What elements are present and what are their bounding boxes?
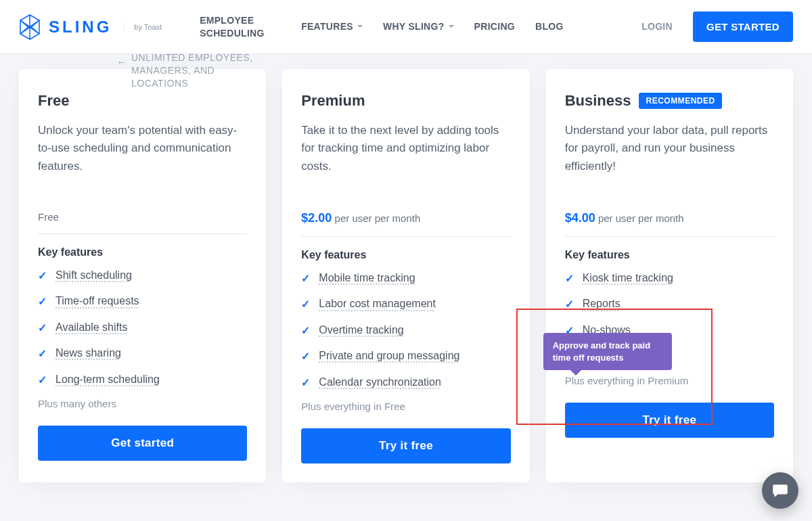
feature-item: ✓Calendar synchronization bbox=[301, 375, 510, 390]
feature-text[interactable]: Time-off requests bbox=[55, 294, 139, 309]
nav-login[interactable]: LOGIN bbox=[641, 20, 673, 32]
plan-title: Premium bbox=[301, 92, 365, 110]
feature-item: ✓Available shifts bbox=[38, 320, 247, 335]
price-amount: $4.00 bbox=[565, 211, 595, 225]
feature-text[interactable]: Labor cost management bbox=[319, 296, 436, 311]
feature-text[interactable]: Available shifts bbox=[55, 320, 127, 335]
chat-launcher[interactable] bbox=[762, 472, 798, 509]
check-icon: ✓ bbox=[301, 350, 311, 363]
recommended-badge: RECOMMENDED bbox=[639, 93, 721, 109]
pricing-cards: ← Unlimited employees, managers, and loc… bbox=[19, 69, 793, 482]
plan-cta-button[interactable]: Try it free bbox=[301, 428, 510, 463]
site-header: SLING by Toast EMPLOYEE SCHEDULING FEATU… bbox=[0, 0, 812, 54]
feature-tooltip: Approve and track paid time off requests bbox=[543, 333, 672, 370]
nav-features[interactable]: FEATURES bbox=[301, 20, 363, 32]
chat-icon bbox=[771, 482, 789, 499]
feature-text[interactable]: Overtime tracking bbox=[319, 323, 403, 338]
check-icon: ✓ bbox=[301, 272, 311, 285]
feature-item: ✓Labor cost management bbox=[301, 296, 510, 311]
nav-features-label: FEATURES bbox=[301, 20, 353, 32]
feature-item: ✓Private and group messaging bbox=[301, 348, 510, 363]
plan-price: $4.00 per user per month bbox=[565, 211, 774, 237]
plan-description: Understand your labor data, pull reports… bbox=[565, 122, 774, 196]
feature-item: ✓Mobile time tracking bbox=[301, 271, 510, 286]
nav-why-label: WHY SLING? bbox=[383, 20, 445, 32]
plan-cta-button[interactable]: Get started bbox=[38, 426, 247, 461]
brand-logo[interactable]: SLING by Toast bbox=[19, 14, 162, 41]
key-features-heading: Key features bbox=[38, 246, 247, 258]
price-suffix: per user per month bbox=[335, 212, 421, 224]
check-icon: ✓ bbox=[301, 298, 311, 311]
plan-plus-note: Plus everything in Premium bbox=[565, 375, 774, 386]
nav-why-sling[interactable]: WHY SLING? bbox=[383, 20, 454, 32]
feature-item: ✓Kiosk time tracking bbox=[565, 271, 774, 286]
check-icon: ✓ bbox=[565, 272, 574, 285]
check-icon: ✓ bbox=[38, 373, 47, 386]
price-suffix: per user per month bbox=[598, 212, 684, 224]
plan-plus-note: Plus everything in Free bbox=[301, 401, 510, 412]
feature-text[interactable]: News sharing bbox=[55, 346, 121, 361]
annotation-text: Unlimited employees, managers, and locat… bbox=[131, 52, 253, 89]
price-suffix: Free bbox=[38, 211, 59, 223]
brand-name: SLING bbox=[49, 18, 112, 37]
brand-byline: by Toast bbox=[124, 23, 162, 31]
feature-text[interactable]: Kiosk time tracking bbox=[583, 271, 673, 286]
feature-item: ✓Time-off requests bbox=[38, 294, 247, 309]
plan-price: Free bbox=[38, 211, 247, 234]
feature-text[interactable]: Calendar synchronization bbox=[319, 375, 441, 390]
check-icon: ✓ bbox=[565, 298, 574, 311]
plan-title: Business bbox=[565, 92, 631, 110]
key-features-heading: Key features bbox=[565, 249, 774, 261]
logo-icon bbox=[19, 14, 41, 41]
plan-cta-button[interactable]: Try it free bbox=[565, 403, 774, 438]
check-icon: ✓ bbox=[38, 295, 47, 308]
feature-item: ✓Overtime tracking bbox=[301, 323, 510, 338]
check-icon: ✓ bbox=[38, 321, 47, 334]
arrow-left-icon: ← bbox=[116, 55, 128, 70]
plan-card-premium: Premium Take it to the next level by add… bbox=[282, 69, 529, 482]
nav-blog[interactable]: BLOG bbox=[535, 20, 564, 32]
plan-card-free: ← Unlimited employees, managers, and loc… bbox=[19, 69, 266, 482]
price-amount: $2.00 bbox=[301, 211, 332, 225]
check-icon: ✓ bbox=[38, 269, 47, 282]
chevron-down-icon bbox=[449, 25, 454, 30]
feature-item: ✓Long-term scheduling bbox=[38, 372, 247, 387]
get-started-button[interactable]: GET STARTED bbox=[693, 12, 793, 42]
feature-text[interactable]: Shift scheduling bbox=[55, 268, 132, 283]
feature-text[interactable]: Long-term scheduling bbox=[55, 372, 160, 387]
plan-description: Unlock your team's potential with easy-t… bbox=[38, 122, 247, 196]
nav-pricing[interactable]: PRICING bbox=[474, 20, 515, 32]
plan-title: Free bbox=[38, 92, 69, 110]
plan-plus-note: Plus many others bbox=[38, 398, 247, 409]
feature-item: ✓Shift scheduling bbox=[38, 268, 247, 283]
plan-card-business: Business RECOMMENDED Understand your lab… bbox=[546, 69, 793, 482]
feature-text[interactable]: Private and group messaging bbox=[319, 348, 459, 363]
check-icon: ✓ bbox=[301, 376, 311, 389]
handwriting-annotation: ← Unlimited employees, managers, and loc… bbox=[131, 51, 266, 91]
plan-price: $2.00 per user per month bbox=[301, 211, 510, 237]
key-features-heading: Key features bbox=[301, 249, 510, 261]
feature-item: ✓Reports bbox=[565, 296, 774, 311]
feature-item: ✓News sharing bbox=[38, 346, 247, 361]
primary-nav: EMPLOYEE SCHEDULING FEATURES WHY SLING? … bbox=[200, 12, 793, 42]
feature-text[interactable]: Mobile time tracking bbox=[319, 271, 415, 286]
check-icon: ✓ bbox=[301, 324, 311, 337]
check-icon: ✓ bbox=[38, 347, 47, 360]
nav-employee-scheduling[interactable]: EMPLOYEE SCHEDULING bbox=[200, 14, 281, 39]
feature-text[interactable]: Reports bbox=[583, 296, 621, 311]
pricing-page: ← Unlimited employees, managers, and loc… bbox=[0, 54, 812, 482]
chevron-down-icon bbox=[357, 25, 363, 30]
plan-description: Take it to the next level by adding tool… bbox=[301, 122, 510, 196]
